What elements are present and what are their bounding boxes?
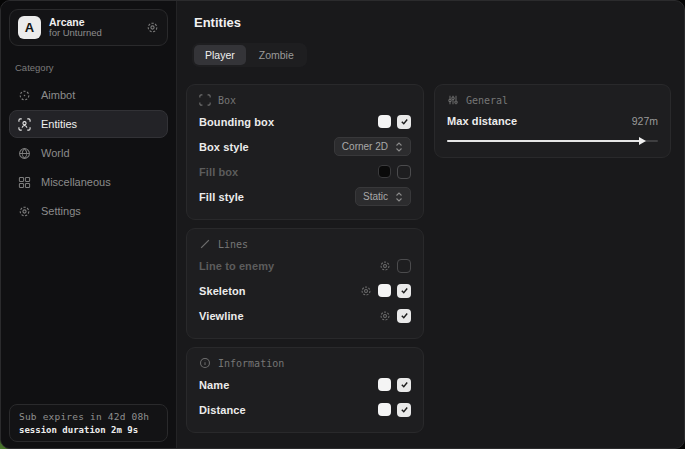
row-settings-gear-icon[interactable] <box>379 310 391 322</box>
logo-letter: A <box>25 20 34 35</box>
settings-columns: Box Bounding box Box style <box>186 84 671 433</box>
sidebar-item-label: Settings <box>41 205 81 217</box>
entity-tabs: Player Zombie <box>192 43 307 67</box>
sidebar-item-label: Entities <box>41 118 77 130</box>
setting-row-distance: Distance <box>199 398 411 421</box>
color-swatch[interactable] <box>378 115 391 128</box>
fill-box-checkbox[interactable] <box>397 165 411 179</box>
chevron-up-down-icon <box>395 192 403 202</box>
globe-icon <box>18 147 31 160</box>
scan-person-icon <box>18 118 31 131</box>
diagonal-line-icon <box>199 238 211 250</box>
slider-thumb[interactable] <box>639 137 646 145</box>
color-swatch[interactable] <box>378 284 391 297</box>
name-checkbox[interactable] <box>397 378 411 392</box>
setting-row-fill-style: Fill style Static <box>199 185 411 208</box>
tab-player[interactable]: Player <box>194 45 246 65</box>
setting-row-box-style: Box style Corner 2D <box>199 135 411 158</box>
main-content: Entities Player Zombie Box <box>177 1 684 448</box>
subscription-status-card: Sub expires in 42d 08h session duration … <box>9 404 168 442</box>
section-title: Box <box>218 95 236 106</box>
app-subtitle: for Unturned <box>49 28 138 39</box>
app-logo-card: A Arcane for Unturned <box>9 9 168 46</box>
color-swatch[interactable] <box>378 165 391 178</box>
app-title-block: Arcane for Unturned <box>49 16 138 39</box>
viewline-checkbox[interactable] <box>397 309 411 323</box>
box-style-dropdown[interactable]: Corner 2D <box>334 137 411 156</box>
sidebar-item-label: Aimbot <box>41 89 75 101</box>
setting-row-line-to-enemy: Line to enemy <box>199 254 411 277</box>
tab-zombie[interactable]: Zombie <box>248 45 305 65</box>
sidebar-item-world[interactable]: World <box>9 139 168 167</box>
sidebar-item-entities[interactable]: Entities <box>9 110 168 138</box>
box-card: Box Bounding box Box style <box>186 84 424 220</box>
right-column: General Max distance 927m <box>434 84 671 158</box>
information-card: Information Name Distance <box>186 347 424 433</box>
sidebar-item-label: Miscellaneous <box>41 176 111 188</box>
sidebar: A Arcane for Unturned Category Aimbo <box>1 1 177 448</box>
sliders-icon <box>447 94 459 106</box>
page-title: Entities <box>194 15 671 30</box>
setting-row-max-distance: Max distance 927m <box>447 110 658 131</box>
sidebar-nav: Aimbot Entities World <box>9 81 168 225</box>
box-corners-icon <box>199 94 211 106</box>
gear-icon <box>18 205 31 218</box>
general-card-header: General <box>447 94 658 106</box>
sub-expiry-text: Sub expires in 42d 08h <box>19 411 158 422</box>
setting-row-bounding-box: Bounding box <box>199 110 411 133</box>
color-swatch[interactable] <box>378 403 391 416</box>
setting-row-fill-box: Fill box <box>199 160 411 183</box>
skeleton-checkbox[interactable] <box>397 284 411 298</box>
app-window: A Arcane for Unturned Category Aimbo <box>0 0 685 449</box>
slider-fill <box>447 140 643 142</box>
sidebar-item-settings[interactable]: Settings <box>9 197 168 225</box>
setting-row-name: Name <box>199 373 411 396</box>
color-swatch[interactable] <box>378 378 391 391</box>
setting-row-viewline: Viewline <box>199 304 411 327</box>
left-column: Box Bounding box Box style <box>186 84 424 433</box>
lines-card: Lines Line to enemy <box>186 228 424 339</box>
section-title: Lines <box>218 239 248 250</box>
row-settings-gear-icon[interactable] <box>379 260 391 272</box>
information-card-header: Information <box>199 357 411 369</box>
section-title: Information <box>218 358 284 369</box>
gear-icon[interactable] <box>146 21 159 34</box>
line-to-enemy-checkbox[interactable] <box>397 259 411 273</box>
info-icon <box>199 357 211 369</box>
session-duration-text: session duration 2m 9s <box>19 425 158 435</box>
lines-card-header: Lines <box>199 238 411 250</box>
dropdown-value: Corner 2D <box>342 141 388 152</box>
row-settings-gear-icon[interactable] <box>360 285 372 297</box>
setting-row-skeleton: Skeleton <box>199 279 411 302</box>
box-card-header: Box <box>199 94 411 106</box>
distance-checkbox[interactable] <box>397 403 411 417</box>
chevron-up-down-icon <box>395 142 403 152</box>
general-card: General Max distance 927m <box>434 84 671 158</box>
max-distance-slider[interactable] <box>447 136 658 146</box>
dropdown-value: Static <box>363 191 388 202</box>
max-distance-value: 927m <box>632 115 658 127</box>
crosshair-icon <box>18 89 31 102</box>
bounding-box-checkbox[interactable] <box>397 115 411 129</box>
fill-style-dropdown[interactable]: Static <box>355 187 411 206</box>
sidebar-item-label: World <box>41 147 70 159</box>
sidebar-item-miscellaneous[interactable]: Miscellaneous <box>9 168 168 196</box>
app-logo: A <box>18 16 41 39</box>
category-label: Category <box>15 62 168 73</box>
sidebar-item-aimbot[interactable]: Aimbot <box>9 81 168 109</box>
grid-icon <box>18 176 31 189</box>
section-title: General <box>466 95 508 106</box>
